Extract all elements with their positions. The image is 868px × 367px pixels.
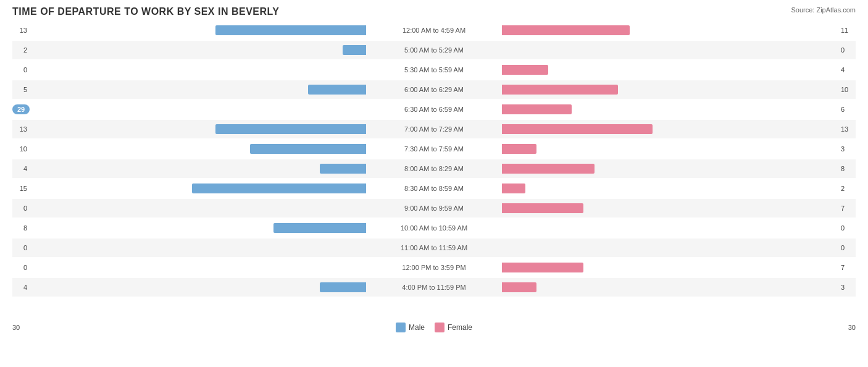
female-bar-container — [502, 82, 838, 97]
male-bar-container — [30, 240, 366, 255]
female-value: 0 — [841, 46, 856, 54]
male-bar-container — [30, 62, 366, 77]
bar-row-inner: 15 8:30 AM to 8:59 AM 2 — [12, 179, 856, 198]
male-bar — [273, 223, 366, 233]
female-bar-container — [502, 181, 838, 196]
male-value: 4 — [12, 165, 27, 172]
right-section: 7 — [502, 260, 856, 275]
male-bar — [192, 184, 366, 193]
bar-row-inner: 13 7:00 AM to 7:29 AM 13 — [12, 120, 856, 138]
bar-row: 29 6:30 AM to 6:59 AM 6 — [12, 100, 856, 119]
male-value: 8 — [12, 224, 27, 232]
male-bar-container — [30, 260, 366, 275]
left-section: 5 — [12, 82, 366, 97]
female-bar-container — [502, 240, 838, 255]
female-bar — [502, 282, 536, 292]
right-section: 8 — [502, 161, 856, 176]
male-value: 0 — [12, 205, 27, 212]
bar-row-inner: 0 12:00 PM to 3:59 PM 7 — [12, 258, 856, 277]
male-bar — [308, 85, 366, 95]
left-section: 15 — [12, 181, 366, 196]
male-bar-container — [30, 141, 366, 156]
legend-female-label: Female — [448, 323, 472, 332]
male-bar-container — [30, 221, 366, 235]
male-bar — [320, 164, 366, 174]
female-value: 6 — [841, 106, 856, 113]
source-text: Source: ZipAtlas.com — [791, 6, 856, 14]
male-value: 13 — [12, 27, 27, 34]
left-section: 0 — [12, 260, 366, 275]
bar-row: 4 4:00 PM to 11:59 PM 3 — [12, 278, 856, 297]
center-label: 12:00 PM to 3:59 PM — [366, 264, 502, 271]
center-label: 8:00 AM to 8:29 AM — [366, 165, 502, 172]
male-value: 0 — [12, 66, 27, 74]
bar-row-inner: 4 4:00 PM to 11:59 PM 3 — [12, 278, 856, 297]
bar-row-inner: 29 6:30 AM to 6:59 AM 6 — [12, 100, 856, 119]
bar-row: 15 8:30 AM to 8:59 AM 2 — [12, 179, 856, 198]
bar-row: 13 12:00 AM to 4:59 AM 11 — [12, 21, 856, 40]
male-value: 10 — [12, 145, 27, 153]
bar-row-inner: 10 7:30 AM to 7:59 AM 3 — [12, 140, 856, 158]
bar-row-inner: 13 12:00 AM to 4:59 AM 11 — [12, 21, 856, 40]
left-section: 29 — [12, 102, 366, 117]
female-bar — [502, 85, 618, 95]
chart-title: TIME OF DEPARTURE TO WORK BY SEX IN BEVE… — [12, 6, 856, 17]
bar-row-inner: 4 8:00 AM to 8:29 AM 8 — [12, 159, 856, 178]
male-bar — [320, 282, 366, 292]
left-section: 4 — [12, 161, 366, 176]
male-bar — [343, 45, 366, 55]
axis-left-label: 30 — [12, 324, 37, 331]
chart-container: TIME OF DEPARTURE TO WORK BY SEX IN BEVE… — [0, 0, 868, 367]
center-label: 6:00 AM to 6:29 AM — [366, 86, 502, 93]
legend: Male Female — [396, 323, 472, 332]
bar-row-inner: 0 11:00 AM to 11:59 AM 0 — [12, 238, 856, 257]
female-bar-container — [502, 23, 838, 38]
female-value: 8 — [841, 165, 856, 172]
female-bar — [502, 124, 653, 134]
center-label: 9:00 AM to 9:59 AM — [366, 205, 502, 212]
female-bar-container — [502, 141, 838, 156]
chart-footer: 30 Male Female 30 — [12, 323, 856, 332]
male-value: 2 — [12, 46, 27, 54]
legend-female-box — [435, 323, 444, 332]
left-section: 2 — [12, 43, 366, 57]
right-section: 7 — [502, 201, 856, 216]
female-bar — [502, 184, 525, 193]
bar-row-inner: 8 10:00 AM to 10:59 AM 0 — [12, 219, 856, 237]
left-section: 0 — [12, 201, 366, 216]
female-bar — [502, 203, 583, 213]
bar-row: 0 12:00 PM to 3:59 PM 7 — [12, 258, 856, 277]
center-label: 7:30 AM to 7:59 AM — [366, 145, 502, 153]
female-bar — [502, 164, 595, 174]
bar-row-inner: 0 9:00 AM to 9:59 AM 7 — [12, 199, 856, 217]
left-section: 4 — [12, 280, 366, 295]
bar-row: 10 7:30 AM to 7:59 AM 3 — [12, 140, 856, 158]
bar-row: 5 6:00 AM to 6:29 AM 10 — [12, 80, 856, 99]
male-bar-container — [30, 181, 366, 196]
left-section: 10 — [12, 141, 366, 156]
male-value: 13 — [12, 125, 27, 133]
left-section: 0 — [12, 240, 366, 255]
male-bar-container — [30, 23, 366, 38]
bar-row-inner: 2 5:00 AM to 5:29 AM 0 — [12, 41, 856, 59]
center-label: 8:30 AM to 8:59 AM — [366, 185, 502, 192]
male-bar-container — [30, 122, 366, 137]
female-bar — [502, 263, 583, 272]
female-bar-container — [502, 122, 838, 137]
center-label: 11:00 AM to 11:59 AM — [366, 244, 502, 251]
female-value: 3 — [841, 145, 856, 153]
male-value-special: 29 — [12, 104, 30, 114]
female-value: 3 — [841, 284, 856, 291]
center-label: 5:30 AM to 5:59 AM — [366, 66, 502, 74]
female-bar — [502, 144, 536, 154]
center-label: 12:00 AM to 4:59 AM — [366, 27, 502, 34]
female-bar — [502, 104, 572, 114]
female-value: 0 — [841, 224, 856, 232]
female-bar-container — [502, 102, 838, 117]
legend-male-label: Male — [409, 323, 425, 332]
right-section: 0 — [502, 240, 856, 255]
male-bar-container — [30, 43, 366, 57]
male-bar — [215, 25, 366, 35]
right-section: 13 — [502, 122, 856, 137]
female-value: 10 — [841, 86, 856, 93]
